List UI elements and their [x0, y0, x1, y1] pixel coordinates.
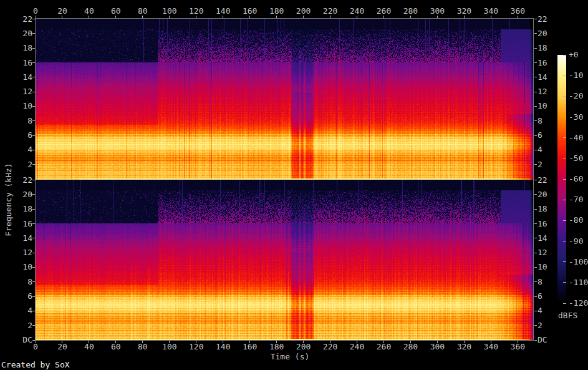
- x-tick-mark-top: [169, 16, 170, 18]
- y-tick-mark-right-ch2: [534, 194, 537, 195]
- colorbar-tick-label: -80: [569, 216, 583, 225]
- colorbar-tick-mark: [563, 158, 566, 158]
- x-tick-label-bottom: 320: [457, 343, 471, 351]
- y-tick-mark-right-ch2: [534, 238, 537, 238]
- colorbar-tick-label: -40: [569, 134, 583, 142]
- x-tick-label-bottom: 20: [57, 343, 67, 351]
- colorbar-tick-label: -20: [569, 92, 583, 100]
- x-axis-title: Time (s): [271, 352, 310, 361]
- colorbar-tick-mark: [563, 282, 566, 283]
- y-tick-mark-right-ch1: [534, 19, 537, 19]
- x-tick-label-top: 220: [323, 7, 337, 16]
- x-tick-label-top: 160: [243, 7, 257, 16]
- x-tick-label-bottom: 240: [350, 343, 364, 351]
- y-tick-mark-left-ch2: [32, 267, 35, 268]
- colorbar-tick-label: -110: [569, 278, 588, 287]
- x-tick-mark-top: [62, 16, 62, 18]
- x-tick-mark-top: [196, 16, 196, 18]
- y-tick-mark-right-ch2: [534, 209, 537, 210]
- x-tick-label-top: 80: [138, 7, 148, 16]
- y-tick-mark-left-ch2: [32, 238, 35, 238]
- colorbar-tick-label: -100: [569, 258, 588, 266]
- colorbar-tick-mark: [563, 137, 566, 138]
- x-tick-label-top: 200: [296, 7, 311, 16]
- y-tick-mark-left-ch2: [32, 253, 35, 253]
- y-tick-label-left-ch1: 16: [6, 59, 32, 67]
- y-tick-label-left-ch2: 12: [6, 248, 32, 257]
- created-by-credit: Created by SoX: [1, 360, 70, 369]
- y-tick-label-right-ch2: 4: [537, 306, 542, 315]
- x-tick-mark-top: [330, 16, 330, 18]
- y-tick-label-left-ch2: 10: [6, 263, 32, 271]
- y-tick-mark-right-ch2: [534, 267, 537, 268]
- x-tick-mark-top: [357, 16, 357, 18]
- y-tick-mark-left-ch1: [32, 77, 35, 77]
- y-tick-mark-right-ch1: [534, 33, 537, 34]
- y-tick-mark-left-ch2: [32, 340, 35, 341]
- y-tick-label-right-ch2: 16: [537, 220, 547, 228]
- colorbar-tick-label: +0: [569, 51, 579, 59]
- colorbar-tick-mark: [563, 96, 566, 97]
- colorbar-tick-label: -50: [569, 154, 583, 163]
- x-tick-label-bottom: 360: [511, 343, 525, 351]
- x-tick-label-top: 0: [33, 7, 38, 16]
- spectrogram-channel-left: [36, 19, 533, 180]
- y-tick-label-left-ch1: 18: [6, 44, 32, 52]
- x-tick-label-top: 60: [111, 7, 121, 16]
- x-tick-label-bottom: 180: [269, 343, 284, 351]
- x-tick-label-top: 320: [457, 7, 471, 16]
- y-tick-label-right-ch2: 8: [537, 278, 542, 286]
- y-tick-mark-left-ch1: [32, 48, 35, 49]
- y-tick-mark-left-ch1: [32, 33, 35, 34]
- y-tick-mark-right-ch1: [534, 48, 537, 49]
- colorbar-tick-mark: [563, 220, 566, 221]
- x-tick-label-top: 240: [350, 7, 364, 16]
- x-tick-mark-top: [223, 16, 223, 18]
- y-tick-mark-right-ch2: [534, 253, 537, 253]
- y-tick-label-right-ch2: 20: [537, 190, 547, 199]
- y-tick-label-left-ch2: 6: [6, 292, 32, 301]
- x-tick-mark-top: [491, 16, 491, 18]
- y-tick-label-left-ch1: 4: [6, 145, 32, 154]
- colorbar-tick-mark: [563, 200, 566, 200]
- x-tick-mark-top: [249, 16, 250, 18]
- y-tick-mark-left-ch2: [32, 223, 35, 224]
- colorbar-tick-mark: [563, 261, 566, 262]
- y-tick-label-right-ch2: 6: [537, 292, 542, 301]
- y-tick-mark-right-ch2: [534, 325, 537, 326]
- sox-spectrogram-window: 0020204040606080801001001201201401401601…: [0, 0, 588, 370]
- x-tick-label-top: 340: [484, 7, 498, 16]
- y-tick-label-left-ch1: 14: [6, 73, 32, 82]
- spectrogram-channel-right: [36, 180, 533, 340]
- y-tick-mark-left-ch2: [32, 296, 35, 297]
- x-tick-label-bottom: 0: [33, 343, 38, 351]
- y-tick-label-right-ch1: 22: [537, 15, 547, 24]
- x-tick-mark-top: [115, 16, 116, 18]
- y-tick-label-left-ch2: 8: [6, 278, 32, 286]
- colorbar-tick-mark: [563, 75, 566, 76]
- y-tick-mark-right-ch1: [534, 164, 537, 165]
- y-tick-mark-right-ch1: [534, 120, 537, 121]
- x-tick-mark-top: [383, 16, 384, 18]
- y-tick-label-left-ch1: 10: [6, 102, 32, 110]
- x-tick-label-top: 140: [216, 7, 230, 16]
- y-tick-mark-right-ch2: [534, 311, 537, 311]
- y-tick-label-right-ch1: 4: [537, 145, 542, 154]
- x-tick-label-bottom: 60: [111, 343, 121, 351]
- x-tick-label-bottom: 260: [377, 343, 391, 351]
- x-tick-label-bottom: 80: [138, 343, 148, 351]
- y-tick-mark-left-ch1: [32, 120, 35, 121]
- x-tick-label-top: 300: [430, 7, 445, 16]
- y-tick-mark-left-ch1: [32, 150, 35, 150]
- x-tick-label-bottom: 160: [243, 343, 257, 351]
- y-tick-mark-left-ch1: [32, 106, 35, 107]
- y-tick-label-right-ch1: 20: [537, 29, 547, 38]
- plot-frame: [35, 18, 534, 341]
- y-tick-label-left-ch1: 12: [6, 87, 32, 96]
- x-tick-label-bottom: 140: [216, 343, 230, 351]
- x-tick-label-bottom: 200: [296, 343, 311, 351]
- colorbar-tick-mark: [563, 55, 566, 56]
- y-tick-label-right-ch2: 14: [537, 234, 547, 243]
- y-tick-mark-left-ch1: [32, 19, 35, 19]
- y-tick-mark-left-ch1: [32, 92, 35, 92]
